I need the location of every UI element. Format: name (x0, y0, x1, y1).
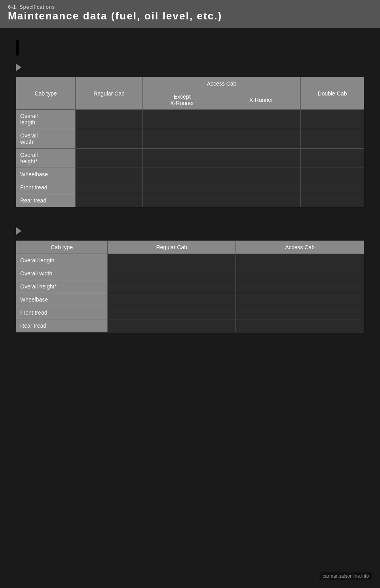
section-arrow-1 (16, 63, 364, 71)
table2-section: Cab type Regular Cab Access Cab Overall … (16, 241, 364, 332)
data-cell (76, 194, 143, 207)
data-cell (301, 149, 364, 168)
black-bar-icon (16, 40, 19, 55)
table1-header-double-cab: Double Cab (301, 77, 364, 110)
page-header: 6-1. Specifications Maintenance data (fu… (0, 0, 380, 28)
data-cell (301, 181, 364, 194)
data-cell (222, 194, 301, 207)
data-cell (236, 293, 364, 306)
data-cell (236, 306, 364, 319)
data-cell (76, 129, 143, 149)
header-title: Maintenance data (fuel, oil level, etc.) (8, 10, 372, 22)
row-label-wheelbase-2: Wheelbase (16, 293, 108, 306)
table-row: Overall width (16, 129, 364, 149)
data-cell (301, 129, 364, 149)
table1-header-cab-type: Cab type (16, 77, 76, 110)
table-row: Overall length (16, 110, 364, 129)
data-cell (143, 110, 222, 129)
header-subtitle: 6-1. Specifications (8, 4, 372, 10)
table2-header-cab-type: Cab type (16, 241, 108, 254)
data-cell (143, 194, 222, 207)
row-label-wheelbase: Wheelbase (16, 168, 76, 181)
table-row: Overall length (16, 254, 364, 267)
row-label-rear-tread: Rear tread (16, 194, 76, 207)
footer-watermark: carmanualsonline.info (319, 572, 372, 580)
data-cell (76, 168, 143, 181)
data-cell (222, 168, 301, 181)
data-cell (108, 280, 236, 293)
spec-table-2: Cab type Regular Cab Access Cab Overall … (16, 241, 364, 332)
data-cell (301, 168, 364, 181)
data-cell (108, 267, 236, 280)
data-cell (222, 181, 301, 194)
table1-section: Cab type Regular Cab Access Cab Double C… (16, 77, 364, 207)
data-cell (143, 181, 222, 194)
table2-header-access-cab: Access Cab (236, 241, 364, 254)
table-row: Rear tread (16, 319, 364, 332)
arrow-right-icon-2 (16, 227, 21, 235)
data-cell (143, 149, 222, 168)
table2-header-regular-cab: Regular Cab (108, 241, 236, 254)
data-cell (143, 168, 222, 181)
table1-header-xrunner: X-Runner (222, 90, 301, 110)
table-row: Rear tread (16, 194, 364, 207)
data-cell (108, 319, 236, 332)
row-label-overall-length: Overall length (16, 110, 76, 129)
data-cell (76, 110, 143, 129)
data-cell (301, 110, 364, 129)
data-cell (108, 306, 236, 319)
row-label-rear-tread-2: Rear tread (16, 319, 108, 332)
row-label-front-tread: Front tread (16, 181, 76, 194)
table-row: Overall width (16, 267, 364, 280)
row-label-overall-height: Overall height* (16, 149, 76, 168)
data-cell (76, 149, 143, 168)
table-row: Overall height* (16, 149, 364, 168)
table1-header-access-cab-group: Access Cab (143, 77, 301, 90)
data-cell (301, 194, 364, 207)
data-cell (236, 319, 364, 332)
arrow-right-icon (16, 63, 21, 71)
section-arrow-2 (16, 227, 364, 235)
table-row: Wheelbase (16, 168, 364, 181)
table-row: Wheelbase (16, 293, 364, 306)
data-cell (236, 280, 364, 293)
row-label-overall-height-2: Overall height* (16, 280, 108, 293)
table-row: Front tread (16, 306, 364, 319)
table1-header-regular-cab: Regular Cab (76, 77, 143, 110)
main-content: Cab type Regular Cab Access Cab Double C… (0, 28, 380, 364)
data-cell (222, 110, 301, 129)
row-label-front-tread-2: Front tread (16, 306, 108, 319)
data-cell (108, 254, 236, 267)
data-cell (222, 129, 301, 149)
section-marker-1 (16, 40, 364, 55)
spec-table-1: Cab type Regular Cab Access Cab Double C… (16, 77, 364, 207)
data-cell (236, 254, 364, 267)
table1-header-except-xrunner: Except X-Runner (143, 90, 222, 110)
row-label-overall-width-2: Overall width (16, 267, 108, 280)
row-label-overall-length-2: Overall length (16, 254, 108, 267)
data-cell (222, 149, 301, 168)
row-label-overall-width: Overall width (16, 129, 76, 149)
data-cell (108, 293, 236, 306)
table-row: Overall height* (16, 280, 364, 293)
data-cell (76, 181, 143, 194)
data-cell (236, 267, 364, 280)
data-cell (143, 129, 222, 149)
table-row: Front tread (16, 181, 364, 194)
